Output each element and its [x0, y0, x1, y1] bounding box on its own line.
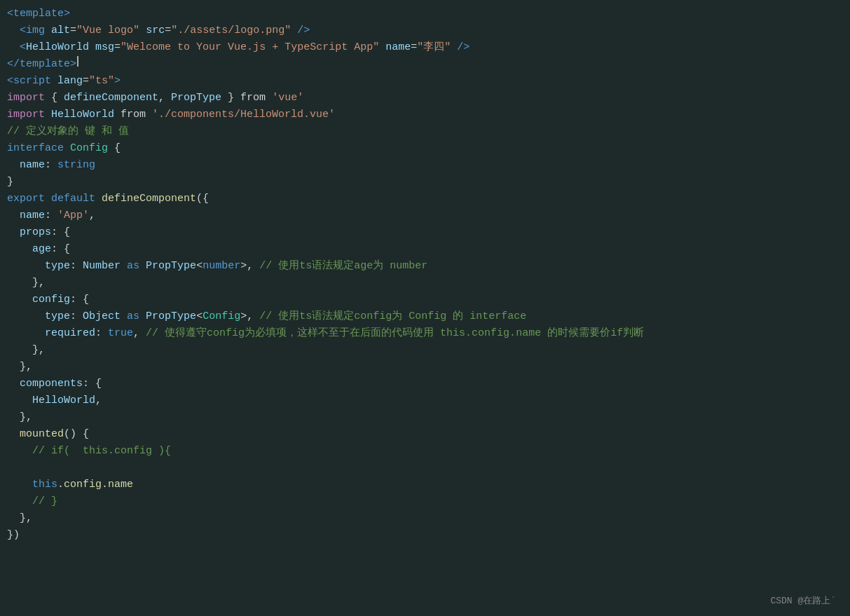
- export-kw: export: [7, 191, 45, 207]
- code-line-19: type : Object as PropType < Config >, //…: [0, 308, 850, 325]
- code-line-28: [0, 460, 850, 477]
- number-type: Number: [83, 258, 121, 275]
- indent: [7, 224, 20, 241]
- self-close2: />: [457, 39, 469, 56]
- indent: [7, 510, 20, 527]
- code-line-31: },: [0, 510, 850, 527]
- type-key: type: [45, 258, 70, 275]
- prop-type: PropType: [171, 90, 221, 107]
- indent: [7, 376, 20, 392]
- code-line-1: <template>: [0, 6, 850, 22]
- close-props: },: [20, 359, 32, 376]
- config-ref: config: [64, 477, 102, 493]
- comment-define: // 定义对象的 键 和 值: [7, 123, 129, 140]
- age-key: age: [32, 241, 51, 258]
- code-line-5: <script lang="ts" >: [0, 73, 850, 90]
- code-line-15: age : {: [0, 241, 850, 258]
- close-brace: }: [7, 174, 13, 191]
- code-line-9: interface Config {: [0, 140, 850, 157]
- indent: [7, 342, 32, 359]
- prop-type-ref2: PropType: [146, 308, 196, 325]
- footer-label: CSDN @在路上`: [770, 596, 836, 606]
- indent: [7, 275, 32, 292]
- self-close: />: [297, 22, 310, 39]
- vue-string: 'vue': [272, 90, 303, 107]
- msg-val: "Welcome to Your Vue.js + TypeScript App…: [121, 39, 379, 56]
- lang-attr: lang: [57, 73, 83, 90]
- helloworld-tag: HelloWorld: [26, 39, 89, 56]
- code-line-22: },: [0, 359, 850, 376]
- code-line-12: export default defineComponent ({: [0, 191, 850, 207]
- number-kw: number: [203, 258, 240, 275]
- name-val: "李四": [417, 39, 451, 56]
- code-line-27: // if( this.config ){: [0, 443, 850, 460]
- src-attr: src: [146, 22, 165, 39]
- mounted-fn: mounted: [20, 426, 64, 443]
- footer-text: CSDN @在路上`: [770, 594, 836, 609]
- code-line-20: required : true , // 使得遵守config为必填项，这样不至…: [0, 325, 850, 342]
- code-line-14: props : {: [0, 224, 850, 241]
- code-line-21: },: [0, 342, 850, 359]
- indent: [7, 207, 20, 224]
- code-line-24: HelloWorld ,: [0, 392, 850, 409]
- indent: [7, 22, 20, 39]
- code-line-23: components : {: [0, 376, 850, 392]
- close-mounted: },: [20, 510, 32, 527]
- code-line-3: <HelloWorld msg="Welcome to Your Vue.js …: [0, 39, 850, 56]
- name-key: name: [20, 207, 45, 224]
- name-attr: name: [385, 39, 411, 56]
- code-line-32: }): [0, 527, 850, 544]
- define-component-fn: defineComponent: [102, 191, 196, 207]
- blank: [7, 460, 13, 477]
- code-line-4: </template>: [0, 56, 850, 73]
- indent: [7, 392, 20, 409]
- indent: [7, 39, 20, 56]
- indent: [7, 157, 20, 174]
- code-line-26: mounted () {: [0, 426, 850, 443]
- code-line-8: // 定义对象的 键 和 值: [0, 123, 850, 140]
- script-open: <: [7, 73, 13, 90]
- script-tag: script: [13, 73, 51, 90]
- code-line-29: this . config . name: [0, 477, 850, 493]
- img-tag: img: [26, 22, 45, 39]
- code-line-25: },: [0, 409, 850, 426]
- tag-bracket: <: [20, 22, 26, 39]
- as-kw2: as: [127, 308, 139, 325]
- import-kw2: import: [7, 107, 45, 123]
- indent: [7, 308, 45, 325]
- code-line-17: },: [0, 275, 850, 292]
- text-cursor: [77, 56, 78, 67]
- comment-end-if: // }: [32, 493, 57, 510]
- code-line-30: // }: [0, 493, 850, 510]
- code-line-16: type : Number as PropType < number >, //…: [0, 258, 850, 275]
- app-string: 'App': [57, 207, 89, 224]
- tag-bracket: <: [20, 39, 26, 56]
- indent: [7, 409, 20, 426]
- comment-config: // 使用ts语法规定config为 Config 的 interface: [259, 308, 526, 325]
- template-close: </template>: [7, 56, 76, 73]
- code-line-10: name : string: [0, 157, 850, 174]
- code-line-7: import HelloWorld from './components/Hel…: [0, 107, 850, 123]
- space: [45, 22, 51, 39]
- string-type: string: [57, 157, 95, 174]
- interface-kw: interface: [7, 140, 64, 157]
- indent: [7, 241, 32, 258]
- comment-age: // 使用ts语法规定age为 number: [259, 258, 427, 275]
- true-val: true: [108, 325, 133, 342]
- close-export: }): [7, 527, 20, 544]
- tag-open: <template>: [7, 6, 70, 22]
- indent: [7, 426, 20, 443]
- close-config: },: [32, 342, 45, 359]
- indent: [7, 325, 45, 342]
- indent: [7, 258, 45, 275]
- hello-world-import: HelloWorld: [51, 107, 114, 123]
- type-key2: type: [45, 308, 70, 325]
- components-key: components: [20, 376, 83, 392]
- config-type-ref: Config: [203, 308, 240, 325]
- code-editor: <template> <img alt="Vue logo" src="./as…: [0, 0, 850, 616]
- indent: [7, 493, 32, 510]
- alt-val: "Vue logo": [76, 22, 139, 39]
- config-key: config: [32, 292, 70, 308]
- required-key: required: [45, 325, 95, 342]
- script-close-bracket: >: [114, 73, 121, 90]
